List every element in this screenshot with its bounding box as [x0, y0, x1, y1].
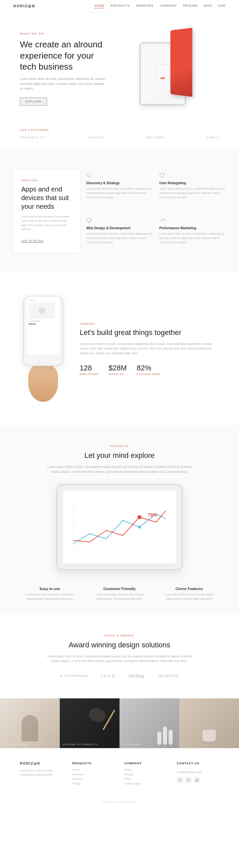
stat-invested-label: INVESTED [109, 373, 127, 375]
svg-rect-7 [87, 218, 91, 221]
footer-col-company: COMPANY About Privacy Team Contact Sales [125, 762, 167, 785]
footer-products-links: Home Overview Features Pricing [72, 768, 115, 785]
footer-col-brand: HORIZ◎N Lorem ipsum dolor sit amet, cons… [20, 762, 62, 785]
footer-col-products: PRODUCTS Home Overview Features Pricing [72, 762, 115, 785]
nav-logo: HORIZ◎N [13, 4, 35, 8]
service-item-1: User Retargeting Lorem ipsum dolor sit a… [159, 169, 226, 208]
ipad-content-icon [154, 63, 171, 83]
trending-up-icon [159, 218, 166, 224]
footer-link-features[interactable]: Features [72, 778, 115, 780]
feature-desc-2: Lorem ipsum dolor sit amet, consectetuer… [159, 593, 219, 601]
explore-button[interactable]: EXPLORE [20, 97, 47, 106]
services-title: Apps and end devices that suit your need… [21, 185, 72, 211]
nav-home[interactable]: Home [94, 4, 105, 8]
footer-link-team[interactable]: Team [125, 778, 167, 780]
service-item-2: Web Design & Development Lorem ipsum dol… [86, 214, 153, 253]
awards-title: Award winning design solutions [20, 641, 219, 649]
blog-image-0[interactable]: GET AN OVERVIEW [0, 699, 60, 748]
hero-title: We create an alround experience for your… [20, 39, 106, 72]
heart-icon [159, 173, 166, 179]
svg-point-15 [137, 515, 141, 519]
tablet-screen: 78% [63, 491, 176, 563]
service-text-2: Lorem ipsum dolor sit amet, consectetuer… [86, 232, 153, 245]
service-item-3: Performance Marketing Lorem ipsum dolor … [159, 214, 226, 253]
social-twitter[interactable]: t [177, 777, 183, 783]
tablet-illustration-wrap: 78% [20, 484, 219, 570]
svg-point-16 [138, 526, 141, 528]
footer-contact-title: CONTACT US [177, 762, 219, 765]
footer-link-pricing[interactable]: Pricing [72, 782, 115, 785]
nav-company[interactable]: Company [160, 4, 177, 8]
footer-link-privacy[interactable]: Privacy [125, 773, 167, 776]
products-title: Let your mind explore [20, 451, 219, 460]
footer-link-home[interactable]: Home [72, 768, 115, 771]
nav-pricing[interactable]: Pricing [183, 4, 198, 8]
footer-logo: HORIZ◎N [20, 762, 62, 765]
discovery-icon [86, 173, 93, 179]
footer-top: HORIZ◎N Lorem ipsum dolor sit amet, cons… [20, 762, 219, 785]
footer-link-overview[interactable]: Overview [72, 773, 115, 776]
service-item-0: Discovery & Strategy Lorem ipsum dolor s… [86, 169, 153, 208]
service-text-0: Lorem ipsum dolor sit amet, consectetuer… [86, 187, 153, 199]
phone-screen: Discover Linear Speaker $199.00 [27, 297, 60, 354]
service-text-1: Lorem ipsum dolor sit amet, consectetuer… [159, 187, 226, 199]
stat-success-value: 82% [137, 364, 161, 372]
service-name-0: Discovery & Strategy [86, 181, 153, 185]
careers-section: Discover Linear Speaker $199.00 CAREERS … [0, 273, 239, 425]
footer-col-contact: CONTACT US email@example.com t f p [177, 762, 219, 785]
services-tag: SERVICES [21, 179, 72, 182]
social-pinterest[interactable]: p [194, 777, 200, 783]
footer-email[interactable]: email@example.com [177, 771, 202, 774]
svg-rect-4 [160, 77, 165, 79]
customers-tag: OUR CUSTOMERS [20, 129, 219, 131]
blog-image-3[interactable] [179, 699, 239, 748]
feature-name-1: Customer Friendly [90, 587, 149, 591]
careers-title: Let's build great things together [80, 328, 219, 337]
stat-employees-value: 128 [80, 364, 99, 372]
nav-links: Home Products Services Company Pricing W… [94, 4, 226, 8]
stat-employees-label: EMPLOYEES [80, 373, 99, 375]
footer-tagline: Lorem ipsum dolor sit amet, consectetuer… [20, 769, 62, 777]
services-left-card: SERVICES Apps and end devices that suit … [13, 169, 80, 253]
hero-tag: WHAT WE DO [20, 32, 106, 35]
svg-text:78%: 78% [148, 512, 157, 518]
award-logo-3: JAZMODO [158, 674, 179, 678]
tablet-body: 78% [56, 484, 183, 570]
products-section: PRODUCTS Let your mind explore Lorem ips… [0, 425, 239, 614]
blog-image-2[interactable]: LATEST NEWS [120, 699, 179, 748]
nav-products[interactable]: Products [110, 4, 130, 8]
blog-images-row: GET AN OVERVIEW EXPLORE ALL PRODUCTS LAT… [0, 699, 239, 748]
blog-image-1[interactable]: EXPLORE ALL PRODUCTS [60, 699, 120, 748]
hero-content: WHAT WE DO We create an alround experien… [20, 32, 106, 106]
navbar: HORIZ◎N Home Products Services Company P… [0, 0, 239, 12]
service-name-2: Web Design & Development [86, 226, 153, 230]
services-description: Lorem ipsum dolor sit amet, consectetuer… [21, 215, 72, 231]
stat-employees: 128 EMPLOYEES [80, 364, 99, 375]
blog-img-bg-3 [179, 699, 239, 748]
footer-link-contact-sales[interactable]: Contact Sales [125, 782, 167, 785]
awards-logos-row: ✦ TECHTRENDS f G in B Varbey JAZMODO [20, 673, 219, 679]
careers-content: CAREERS Let's build great things togethe… [80, 323, 219, 375]
careers-phone-illustration: Discover Linear Speaker $199.00 [20, 296, 67, 402]
nav-services[interactable]: Services [136, 4, 154, 8]
footer-link-about[interactable]: About [125, 768, 167, 771]
feature-clever-features: Clever Features Lorem ipsum dolor sit am… [159, 587, 219, 601]
nav-coo[interactable]: COO [218, 4, 226, 8]
hero-image [106, 29, 219, 108]
blog-img-bg-1 [60, 699, 120, 748]
nav-who[interactable]: WHO [204, 4, 212, 8]
social-facebook[interactable]: f [186, 777, 191, 783]
blog-img-bg-0 [0, 699, 60, 748]
blog-img-bg-2 [120, 699, 179, 748]
products-description: Lorem ipsum dolor sit amet, consectetuer… [43, 464, 196, 474]
service-name-1: User Retargeting [159, 181, 226, 185]
customer-logo-3: o'well [206, 136, 219, 139]
hero-description: Lorem ipsum dolor sit amet, consectetuer… [20, 76, 106, 91]
services-detail-link[interactable]: SEE IN DETAIL [21, 240, 44, 243]
customer-logo-1: BINDOW™ [88, 136, 105, 139]
customers-logos-row: perkins & co. BINDOW™ BBC NEWS o'well [20, 136, 219, 139]
phone-body: Discover Linear Speaker $199.00 [23, 296, 63, 366]
footer-products-title: PRODUCTS [72, 762, 115, 765]
careers-description: Lorem ipsum dolor sit amet, consectetuer… [80, 342, 219, 356]
careers-tag: CAREERS [80, 323, 219, 325]
